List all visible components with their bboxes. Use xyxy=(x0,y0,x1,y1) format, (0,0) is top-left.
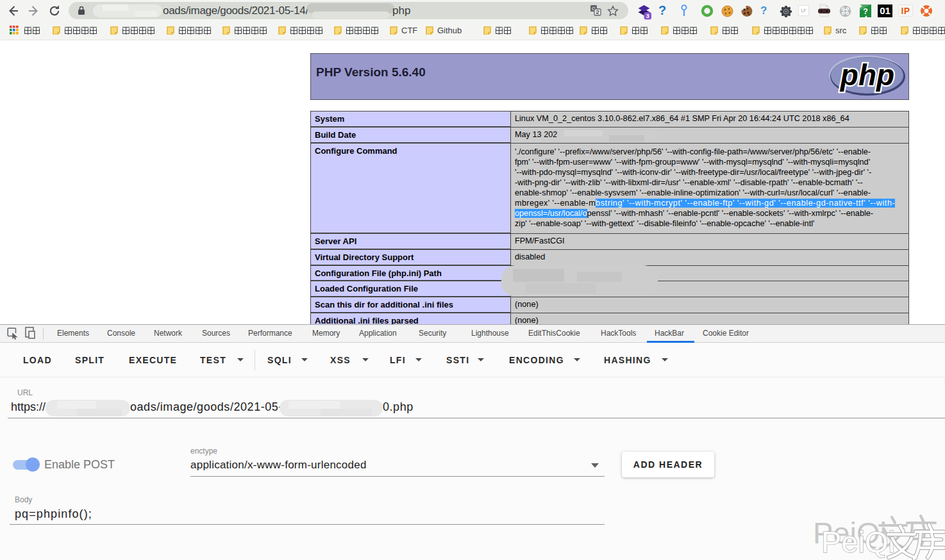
svg-text:PeiQi: PeiQi xyxy=(821,525,895,559)
svg-text:?: ? xyxy=(863,6,868,16)
svg-text:php: php xyxy=(839,58,894,92)
svg-text:3: 3 xyxy=(646,12,649,19)
